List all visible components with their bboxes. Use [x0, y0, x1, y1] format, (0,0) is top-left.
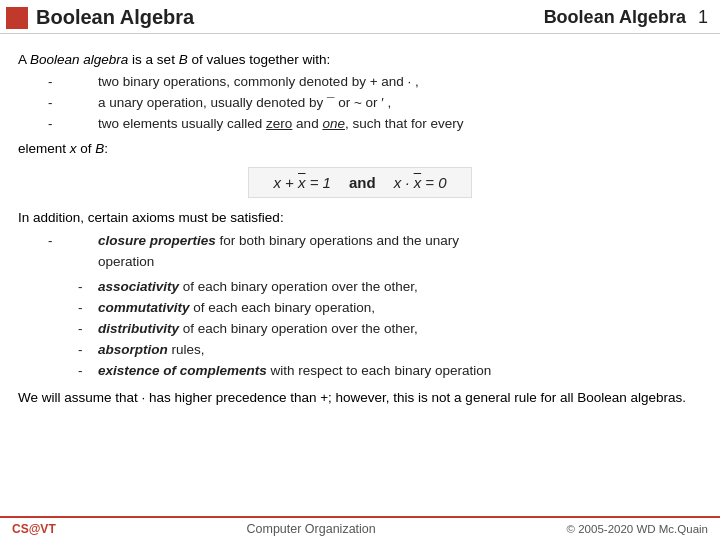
underline-zero: zero [266, 116, 292, 131]
bullet-text-1: two binary operations, commonly denoted … [98, 72, 702, 93]
abs-text: absorption rules, [98, 340, 702, 361]
formula: x + x = 1 and x · x = 0 [248, 167, 471, 198]
slide: Boolean Algebra Boolean Algebra 1 A Bool… [0, 0, 720, 540]
dist-italic: distributivity [98, 321, 179, 336]
precedence-text: We will assume that · has higher precede… [18, 388, 702, 409]
italic-b: B [179, 52, 188, 67]
assoc-dash: - [18, 277, 98, 298]
dist-text: distributivity of each binary operation … [98, 319, 702, 340]
exist-italic: existence of complements [98, 363, 267, 378]
bullet-row-3: - two elements usually called zero and o… [18, 114, 702, 135]
abs-row: - absorption rules, [18, 340, 702, 361]
footer-center: Computer Organization [247, 522, 376, 536]
addition-section: In addition, certain axioms must be sati… [18, 208, 702, 381]
header-title-left: Boolean Algebra [36, 6, 194, 29]
exist-text: existence of complements with respect to… [98, 361, 702, 382]
formula-block: x + x = 1 and x · x = 0 [18, 167, 702, 198]
top-bullet-list: - two binary operations, commonly denote… [18, 72, 702, 135]
assoc-italic: associativity [98, 279, 179, 294]
bullet-row-1: - two binary operations, commonly denote… [18, 72, 702, 93]
formula-left: x + x = 1 [273, 174, 331, 191]
assoc-row: - associativity of each binary operation… [18, 277, 702, 298]
closure-row: - closure properties for both binary ope… [18, 231, 702, 252]
dash-3: - [18, 114, 98, 135]
cs-label: CS@VT [12, 522, 56, 536]
abs-dash: - [18, 340, 98, 361]
sub-bullet-list: - associativity of each binary operation… [18, 277, 702, 382]
operation-text: operation [98, 252, 702, 273]
footer-left: CS@VT [12, 522, 56, 536]
comm-dash: - [18, 298, 98, 319]
bullet-text-2: a unary operation, usually denoted by ‌¯… [98, 93, 702, 114]
underline-one: one [322, 116, 345, 131]
comm-text: commutativity of each each binary operat… [98, 298, 702, 319]
closure-italic: closure properties [98, 233, 216, 248]
element-line: element x of B: [18, 139, 702, 159]
slide-number: 1 [698, 7, 708, 28]
footer: CS@VT Computer Organization © 2005-2020 … [0, 516, 720, 540]
addition-bullet-list: - closure properties for both binary ope… [18, 231, 702, 273]
footer-right: © 2005-2020 WD Mc.Quain [567, 523, 708, 535]
header-left: Boolean Algebra [6, 6, 194, 29]
comm-italic: commutativity [98, 300, 190, 315]
formula-and: and [349, 174, 376, 191]
slide-content: A Boolean algebra is a set B of values t… [0, 40, 720, 409]
closure-text: closure properties for both binary opera… [98, 231, 702, 252]
comm-row: - commutativity of each each binary oper… [18, 298, 702, 319]
dash-1: - [18, 72, 98, 93]
exist-row: - existence of complements with respect … [18, 361, 702, 382]
exist-dash: - [18, 361, 98, 382]
abs-italic: absorption [98, 342, 168, 357]
assoc-text: associativity of each binary operation o… [98, 277, 702, 298]
bullet-text-3: two elements usually called zero and one… [98, 114, 702, 135]
bullet-row-2: - a unary operation, usually denoted by … [18, 93, 702, 114]
closure-dash: - [18, 231, 98, 252]
addition-intro: In addition, certain axioms must be sati… [18, 208, 702, 229]
intro-text: A Boolean algebra is a set B of values t… [18, 50, 702, 70]
operation-row: operation [18, 252, 702, 273]
bold-italic-boolean: Boolean algebra [30, 52, 128, 67]
header-title-right: Boolean Algebra [544, 7, 686, 28]
red-square-icon [6, 7, 28, 29]
dist-row: - distributivity of each binary operatio… [18, 319, 702, 340]
operation-indent [18, 252, 98, 273]
formula-right: x · x = 0 [394, 174, 447, 191]
dist-dash: - [18, 319, 98, 340]
dash-2: - [18, 93, 98, 114]
slide-header: Boolean Algebra Boolean Algebra 1 [0, 0, 720, 33]
